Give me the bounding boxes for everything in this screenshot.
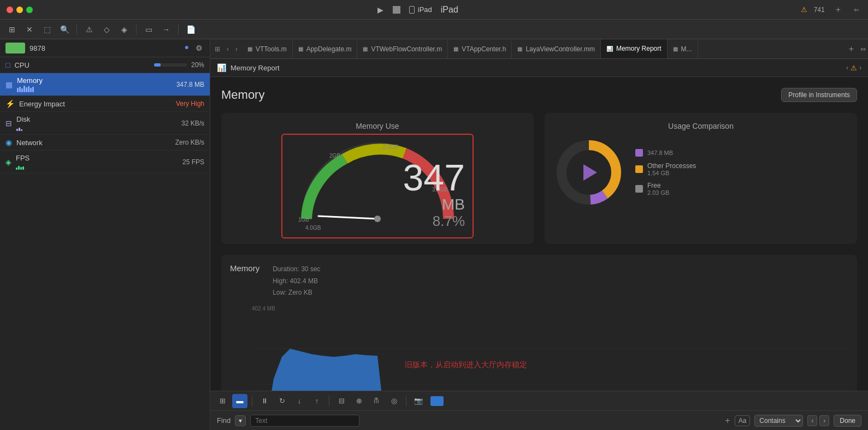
close-window-btn[interactable] <box>7 7 13 13</box>
memory-number: 347 <box>403 159 465 196</box>
memory-readout: 347 MB <box>403 159 465 213</box>
svg-text:2.9GB: 2.9GB <box>383 144 399 150</box>
upload-bottom-btn[interactable]: ↑ <box>309 394 324 408</box>
tab-layaview-label: LayaViewController.mm <box>525 45 595 53</box>
process-status-indicator <box>5 43 25 53</box>
report-nav-back[interactable]: ‹ <box>846 64 848 72</box>
memory-use-title: Memory Use <box>230 122 525 130</box>
sidebar-item-disk[interactable]: ⊟ Disk 32 KB/s <box>0 112 210 135</box>
profile-instruments-btn[interactable]: Profile in Instruments <box>781 88 857 102</box>
tab-forward-btn[interactable]: › <box>233 44 240 54</box>
inspect-toolbar-btn[interactable]: ⬚ <box>39 22 55 37</box>
tab-back-btn[interactable]: ‹ <box>225 44 231 54</box>
stop-button[interactable] <box>393 6 400 14</box>
split-bottom-btn[interactable]: ⊟ <box>334 394 349 408</box>
find-input[interactable] <box>250 415 359 427</box>
live-indicator: ● <box>185 43 189 53</box>
warning-toolbar-btn[interactable]: ⚠ <box>81 22 97 37</box>
network-value: Zero KB/s <box>175 139 204 146</box>
graph-max-label: 402.4 MB <box>252 306 275 312</box>
book-toolbar-btn[interactable]: 📄 <box>183 22 198 37</box>
bottom-sep-1 <box>252 396 252 407</box>
find-done-btn[interactable]: Done <box>834 415 861 427</box>
report-header: 📊 Memory Report ‹ ⚠ › <box>210 59 868 77</box>
find-prev-btn[interactable]: ‹ <box>807 415 817 426</box>
titlebar-center: ▶ iPad iPad <box>37 4 796 15</box>
nav-back-btn[interactable]: ⇐ <box>852 5 861 15</box>
main-layout: 9878 ● ⚙ □ CPU 20% ▦ Memory <box>0 39 868 430</box>
tab-m-icon: ▦ <box>673 46 678 52</box>
sidebar-item-fps[interactable]: ◈ FPS 25 FPS <box>0 151 210 174</box>
tab-grid-btn[interactable]: ⊞ <box>212 44 222 54</box>
filter-bottom-btn[interactable]: ⫚ <box>369 394 384 408</box>
report-header-title: Memory Report <box>231 64 842 72</box>
highlight-toolbar-btn[interactable]: ◈ <box>116 22 132 37</box>
legend-free-color <box>635 185 643 193</box>
tab-share-btn[interactable]: ⇔ <box>858 44 868 54</box>
donut-chart <box>553 137 624 208</box>
camera-bottom-btn[interactable]: 📷 <box>411 394 426 408</box>
add-tab-button[interactable]: + <box>831 5 845 15</box>
sidebar-item-cpu[interactable]: □ CPU 20% <box>0 57 210 73</box>
close-toolbar-btn[interactable]: ✕ <box>22 22 37 37</box>
find-type-dropdown[interactable]: ▾ <box>235 415 246 426</box>
branch-bottom-btn[interactable]: ⊕ <box>351 394 367 408</box>
find-contains-select[interactable]: Contains Starts With Ends With Matches <box>754 415 803 427</box>
find-next-btn[interactable]: › <box>819 415 829 426</box>
tab-vtwebflow[interactable]: ▦ VTWebFlowController.m <box>357 39 448 59</box>
minimize-window-btn[interactable] <box>16 7 23 13</box>
action-toolbar-btn[interactable]: ◇ <box>99 22 114 37</box>
library-toolbar-btn[interactable]: ⊞ <box>4 22 20 37</box>
bottom-toolbar: ⊞ ▬ ⏸ ↻ ↓ ↑ ⊟ ⊕ ⫚ ◎ 📷 <box>210 391 868 410</box>
tab-layaview[interactable]: ▦ LayaViewController.mm <box>512 39 601 59</box>
svg-text:1GB: 1GB <box>298 217 309 223</box>
find-nav-btns: ‹ › <box>807 415 829 426</box>
tab-memory-label: Memory Report <box>616 45 662 52</box>
download-bottom-btn[interactable]: ↓ <box>292 394 307 408</box>
maximize-window-btn[interactable] <box>26 7 33 13</box>
device-selector[interactable]: iPad <box>409 5 432 14</box>
refresh-bottom-btn[interactable]: ↻ <box>274 394 290 408</box>
legend-other-value: 1.54 GB <box>647 170 696 176</box>
report-warning-badge: ⚠ <box>851 64 857 72</box>
tab-m-extra[interactable]: ▦ M... <box>668 39 698 59</box>
energy-icon: ⚡ <box>5 99 15 108</box>
traffic-lights <box>7 7 33 13</box>
tab-bar: ⊞ ‹ › ▦ VTTools.m ▦ AppDelegate.m ▦ VTWe… <box>210 39 868 59</box>
titlebar: ▶ iPad iPad ⚠ 741 + ⇐ <box>0 0 868 20</box>
toolbar-sep-3 <box>178 24 179 35</box>
list-view-btn[interactable]: ▬ <box>232 394 247 408</box>
play-button[interactable]: ▶ <box>375 4 386 15</box>
tab-vtappcenter[interactable]: ▦ VTAppCenter.h <box>448 39 512 59</box>
cpu-icon: □ <box>5 61 10 69</box>
grid-view-btn[interactable]: ⊞ <box>215 394 230 408</box>
sidebar-item-network[interactable]: ◉ Network Zero KB/s <box>0 135 210 151</box>
legend-free-value: 2.03 GB <box>647 189 669 196</box>
pause-bottom-btn[interactable]: ⏸ <box>257 394 272 408</box>
report-nav-forward[interactable]: › <box>859 64 861 72</box>
sidebar-item-energy[interactable]: ⚡ Energy Impact Very High <box>0 96 210 112</box>
cpu-label: CPU <box>14 61 150 69</box>
tab-appdelegate[interactable]: ▦ AppDelegate.m <box>293 39 358 59</box>
energy-label: Energy Impact <box>19 100 172 108</box>
new-tab-btn[interactable]: + <box>845 44 858 54</box>
color-swatch[interactable] <box>430 396 444 406</box>
tab-vttools-icon: ▦ <box>247 46 252 52</box>
search-toolbar-btn[interactable]: 🔍 <box>57 22 72 37</box>
main-toolbar: ⊞ ✕ ⬚ 🔍 ⚠ ◇ ◈ ▭ → 📄 <box>0 20 868 39</box>
find-font-btn[interactable]: Aa <box>735 415 751 426</box>
energy-value: Very High <box>176 100 204 108</box>
sidebar-item-memory[interactable]: ▦ Memory 347.8 MB <box>0 73 210 96</box>
memory-graph-panel: Memory Duration: 30 sec High: 402.4 MB L… <box>221 255 857 391</box>
locate-bottom-btn[interactable]: ◎ <box>386 394 401 408</box>
find-add-btn[interactable]: + <box>725 416 730 426</box>
arrow-toolbar-btn[interactable]: → <box>158 22 174 37</box>
graph-annotation: 旧版本，从启动到进入大厅内存稳定 <box>405 360 527 370</box>
rect-toolbar-btn[interactable]: ▭ <box>141 22 156 37</box>
disk-value: 32 KB/s <box>181 120 204 127</box>
bottom-sep-2 <box>329 396 329 407</box>
tab-memory-report[interactable]: 📊 Memory Report <box>601 39 668 59</box>
tab-appdelegate-icon: ▦ <box>298 46 303 52</box>
tab-vttools[interactable]: ▦ VTTools.m <box>242 39 293 59</box>
settings-btn[interactable]: ⚙ <box>193 43 204 53</box>
